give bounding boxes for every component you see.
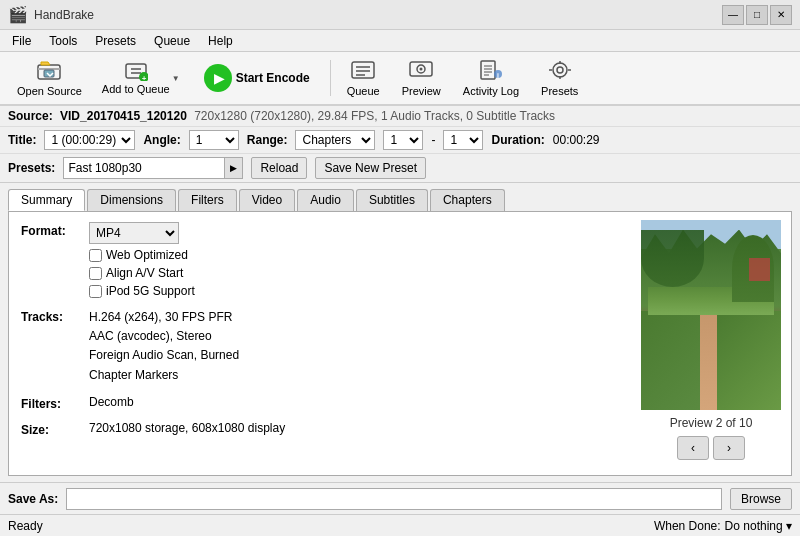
main-area: Summary Dimensions Filters Video Audio S… <box>0 183 800 482</box>
tab-filters[interactable]: Filters <box>178 189 237 211</box>
presets-toolbar-icon <box>548 60 572 83</box>
reload-button[interactable]: Reload <box>251 157 307 179</box>
duration-label: Duration: <box>491 133 544 147</box>
web-optimized-checkbox[interactable] <box>89 249 102 262</box>
maximize-button[interactable]: □ <box>746 5 768 25</box>
tab-dimensions[interactable]: Dimensions <box>87 189 176 211</box>
web-optimized-row: Web Optimized <box>89 248 619 262</box>
title-select[interactable]: 1 (00:00:29) <box>44 130 135 150</box>
range-to-select[interactable]: 1 <box>443 130 483 150</box>
filters-row: Filters: Decomb <box>21 395 619 411</box>
app-icon: 🎬 <box>8 5 28 24</box>
tab-summary[interactable]: Summary <box>8 189 85 211</box>
tracks-row: Tracks: H.264 (x264), 30 FPS PFR AAC (av… <box>21 308 619 385</box>
filters-label: Filters: <box>21 395 81 411</box>
presets-dropdown-btn[interactable]: ▶ <box>224 158 242 178</box>
preview-next-button[interactable]: › <box>713 436 745 460</box>
presets-bar: Presets: ▶ Reload Save New Preset <box>0 154 800 183</box>
format-content: MP4 MKV Web Optimized Align A/V Start iP… <box>89 222 619 298</box>
presets-label: Presets: <box>8 161 55 175</box>
content-panel: Format: MP4 MKV Web Optimized Align A/V … <box>8 211 792 476</box>
svg-rect-15 <box>481 61 495 79</box>
menu-queue[interactable]: Queue <box>146 32 198 50</box>
activity-log-label: Activity Log <box>463 85 519 97</box>
close-button[interactable]: ✕ <box>770 5 792 25</box>
menu-tools[interactable]: Tools <box>41 32 85 50</box>
add-queue-dropdown-arrow[interactable]: ▼ <box>172 74 180 83</box>
add-queue-icon: + Add to Queue <box>102 61 170 95</box>
align-av-label: Align A/V Start <box>106 266 183 280</box>
title-bar-left: 🎬 HandBrake <box>8 5 94 24</box>
preview-nav: ‹ › <box>677 436 745 460</box>
preview-label: Preview 2 of 10 <box>670 416 753 430</box>
svg-point-14 <box>420 67 423 70</box>
activity-log-button[interactable]: i Activity Log <box>454 56 528 100</box>
angle-label: Angle: <box>143 133 180 147</box>
activity-log-icon: i <box>479 60 503 83</box>
add-to-queue-label: Add to Queue <box>102 83 170 95</box>
presets-input-wrap: ▶ <box>63 157 243 179</box>
angle-select[interactable]: 1 <box>189 130 239 150</box>
preview-image-container <box>641 220 781 410</box>
align-av-checkbox[interactable] <box>89 267 102 280</box>
size-value: 720x1080 storage, 608x1080 display <box>89 421 285 435</box>
source-bar: Source: VID_20170415_120120 720x1280 (72… <box>0 106 800 127</box>
when-done-value[interactable]: Do nothing ▾ <box>725 519 792 533</box>
menu-presets[interactable]: Presets <box>87 32 144 50</box>
ipod-support-checkbox[interactable] <box>89 285 102 298</box>
tab-video[interactable]: Video <box>239 189 295 211</box>
title-bar: 🎬 HandBrake — □ ✕ <box>0 0 800 30</box>
presets-toolbar-button[interactable]: Presets <box>532 56 587 100</box>
presets-toolbar-label: Presets <box>541 85 578 97</box>
left-panel: Format: MP4 MKV Web Optimized Align A/V … <box>9 212 631 475</box>
queue-icon <box>351 60 375 83</box>
tab-subtitles[interactable]: Subtitles <box>356 189 428 211</box>
size-row: Size: 720x1080 storage, 608x1080 display <box>21 421 619 437</box>
preview-prev-button[interactable]: ‹ <box>677 436 709 460</box>
menu-help[interactable]: Help <box>200 32 241 50</box>
start-encode-button[interactable]: ▶ Start Encode <box>191 56 323 100</box>
ipod-support-row: iPod 5G Support <box>89 284 619 298</box>
range-type-select[interactable]: Chapters <box>295 130 375 150</box>
tab-audio[interactable]: Audio <box>297 189 354 211</box>
format-select[interactable]: MP4 MKV <box>89 222 179 244</box>
svg-point-22 <box>553 63 567 77</box>
web-optimized-label: Web Optimized <box>106 248 188 262</box>
open-source-icon <box>37 60 61 83</box>
presets-input[interactable] <box>64 158 224 178</box>
svg-point-23 <box>557 67 563 73</box>
add-to-queue-button[interactable]: + Add to Queue ▼ <box>95 56 187 100</box>
format-row: Format: MP4 MKV Web Optimized Align A/V … <box>21 222 619 298</box>
track-1: H.264 (x264), 30 FPS PFR <box>89 308 619 327</box>
track-3: Foreign Audio Scan, Burned <box>89 346 619 365</box>
save-as-label: Save As: <box>8 492 58 506</box>
preview-icon <box>409 60 433 83</box>
queue-button[interactable]: Queue <box>338 56 389 100</box>
park-building <box>749 258 770 281</box>
park-canopy-left <box>641 230 704 287</box>
minimize-button[interactable]: — <box>722 5 744 25</box>
format-label: Format: <box>21 222 81 238</box>
track-4: Chapter Markers <box>89 366 619 385</box>
ipod-support-label: iPod 5G Support <box>106 284 195 298</box>
source-filename: VID_20170415_120120 <box>60 109 187 123</box>
svg-text:i: i <box>497 72 499 79</box>
preview-button[interactable]: Preview <box>393 56 450 100</box>
browse-button[interactable]: Browse <box>730 488 792 510</box>
queue-label: Queue <box>347 85 380 97</box>
right-panel: Preview 2 of 10 ‹ › <box>631 212 791 475</box>
source-details: 720x1280 (720x1280), 29.84 FPS, 1 Audio … <box>194 109 555 123</box>
range-from-select[interactable]: 1 <box>383 130 423 150</box>
tab-chapters[interactable]: Chapters <box>430 189 505 211</box>
save-new-preset-button[interactable]: Save New Preset <box>315 157 426 179</box>
title-label: Title: <box>8 133 36 147</box>
align-av-row: Align A/V Start <box>89 266 619 280</box>
when-done-label: When Done: <box>654 519 721 533</box>
menu-file[interactable]: File <box>4 32 39 50</box>
toolbar-separator-1 <box>330 60 331 96</box>
start-encode-icon: ▶ <box>204 64 232 92</box>
size-label: Size: <box>21 421 81 437</box>
open-source-button[interactable]: Open Source <box>8 56 91 100</box>
park-grass-right <box>717 311 781 410</box>
save-as-input[interactable] <box>66 488 722 510</box>
